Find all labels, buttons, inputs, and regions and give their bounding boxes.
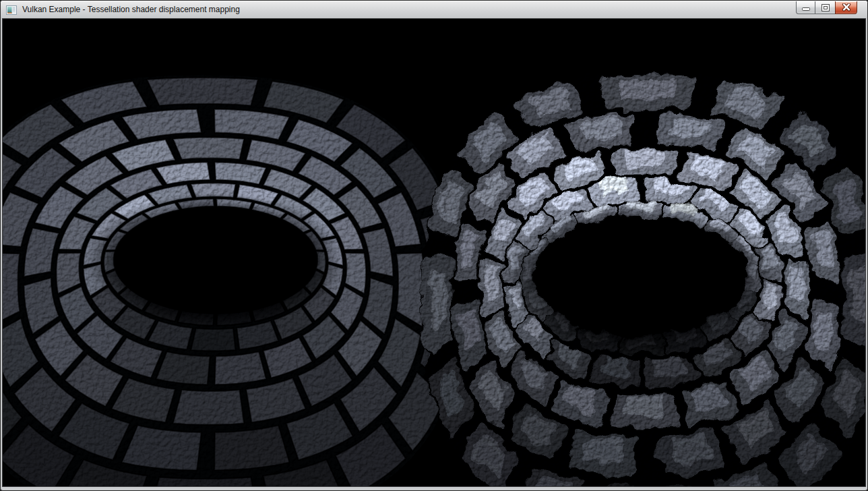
title-bar[interactable]: Vulkan Example - Tessellation shader dis… — [1, 1, 867, 19]
vulkan-scene — [3, 19, 865, 486]
close-icon — [842, 3, 851, 11]
app-icon — [6, 5, 17, 16]
minimize-button[interactable] — [796, 1, 815, 14]
close-button[interactable] — [835, 1, 857, 14]
torus-displacement-mapped — [423, 73, 865, 486]
window-title: Vulkan Example - Tessellation shader dis… — [21, 1, 862, 19]
maximize-button[interactable] — [815, 1, 835, 14]
app-window: Vulkan Example - Tessellation shader dis… — [0, 0, 868, 491]
minimize-icon — [802, 7, 810, 11]
torus-base-mesh — [3, 75, 462, 486]
render-viewport[interactable] — [3, 19, 865, 486]
maximize-icon — [822, 4, 830, 11]
window-controls — [796, 1, 857, 14]
